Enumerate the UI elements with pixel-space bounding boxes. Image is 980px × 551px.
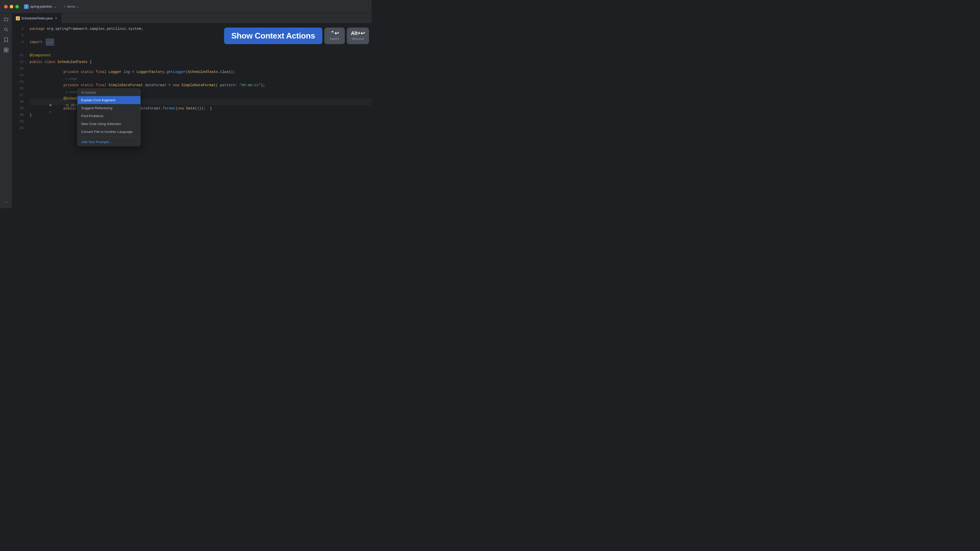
winlinux-label: Win/Linux — [352, 37, 364, 40]
sidebar-item-more[interactable]: ⋯ — [2, 198, 10, 206]
sidebar-item-bookmark[interactable] — [2, 36, 10, 44]
branch-chevron-icon: ⌄ — [76, 5, 80, 8]
menu-item-convert-file[interactable]: Convert File to Another Language — [78, 128, 140, 136]
line-numbers: 1 2 3 11 12 13 14 15 16 17 18 19 20 23 2… — [12, 24, 25, 208]
svg-rect-4 — [6, 50, 8, 52]
menu-header: AI Actions — [78, 89, 140, 96]
menu-item-add-prompts-label: Add Your Prompts... — [81, 140, 112, 144]
project-name[interactable]: J spring-petclinic ⌄ — [24, 4, 57, 9]
close-button[interactable] — [4, 5, 8, 8]
menu-item-suggest-refactoring[interactable]: Suggest Refactoring — [78, 104, 140, 112]
menu-item-new-chat-label: New Chat Using Selection — [81, 122, 121, 126]
project-icon: J — [24, 4, 29, 9]
macos-label: macOS — [330, 37, 339, 40]
traffic-lights — [4, 5, 19, 8]
project-name-label: spring-petclinic — [30, 5, 52, 8]
sidebar-item-folder[interactable] — [2, 15, 10, 24]
tab-label: ScheduledTasks.java — [21, 16, 52, 20]
svg-rect-2 — [6, 48, 8, 50]
branch-label: demo — [67, 5, 76, 8]
tab-bar: J ScheduledTasks.java ✕ — [12, 13, 372, 24]
branch-icon: ⑂ — [64, 5, 66, 8]
menu-item-find-problems[interactable]: Find Problems — [78, 112, 140, 120]
main-layout: ⋯ J ScheduledTasks.java ✕ 1 2 3 11 12 13 — [0, 13, 372, 208]
sidebar-item-extensions[interactable] — [2, 46, 10, 54]
gutter-icon-13: ◉ — [25, 59, 26, 65]
menu-item-add-prompts[interactable]: Add Your Prompts... — [78, 138, 140, 146]
code-editor[interactable]: 1 2 3 11 12 13 14 15 16 17 18 19 20 23 2… — [12, 24, 372, 208]
shortcut-winlinux: Alt+↩ Win/Linux — [347, 27, 369, 44]
titlebar: J spring-petclinic ⌄ ⑂ demo ⌄ — [0, 0, 372, 13]
shortcut-title: Show Context Actions — [231, 31, 315, 41]
fold-badge[interactable]: ... — [46, 38, 54, 46]
menu-item-suggest-refactoring-label: Suggest Refactoring — [81, 106, 112, 110]
minimize-button[interactable] — [10, 5, 13, 8]
shortcut-main-label: Show Context Actions — [224, 27, 322, 44]
context-menu: AI Actions Explain Cron fragment Suggest… — [77, 89, 141, 146]
java-file-icon: J — [16, 16, 20, 21]
branch-info[interactable]: ⑂ demo ⌄ — [64, 5, 80, 8]
shortcut-macos: ⌃↩ macOS — [325, 27, 345, 44]
shortcut-overlay: Show Context Actions ⌃↩ macOS Alt+↩ Win/… — [224, 27, 369, 44]
menu-item-explain-cron[interactable]: Explain Cron fragment — [78, 96, 140, 104]
tab-close-button[interactable]: ✕ — [54, 17, 58, 20]
sidebar-item-search[interactable] — [2, 25, 10, 34]
menu-item-find-problems-label: Find Problems — [81, 114, 103, 118]
menu-item-convert-file-label: Convert File to Another Language — [81, 130, 133, 134]
sidebar-icons: ⋯ — [0, 13, 12, 208]
editor-area: J ScheduledTasks.java ✕ 1 2 3 11 12 13 1… — [12, 13, 372, 208]
file-tab[interactable]: J ScheduledTasks.java ✕ — [12, 13, 62, 23]
more-icon: ⋯ — [4, 199, 8, 205]
maximize-button[interactable] — [15, 5, 19, 8]
macos-symbol: ⌃↩ — [330, 30, 339, 36]
winlinux-symbol: Alt+↩ — [351, 30, 365, 36]
svg-rect-1 — [4, 48, 6, 50]
menu-item-new-chat[interactable]: New Chat Using Selection — [78, 120, 140, 128]
svg-rect-3 — [4, 50, 6, 52]
code-line-12: @Component — [30, 52, 372, 59]
project-chevron-icon: ⌄ — [54, 5, 57, 8]
code-line-11 — [30, 45, 372, 52]
menu-item-explain-cron-label: Explain Cron fragment — [81, 98, 115, 102]
